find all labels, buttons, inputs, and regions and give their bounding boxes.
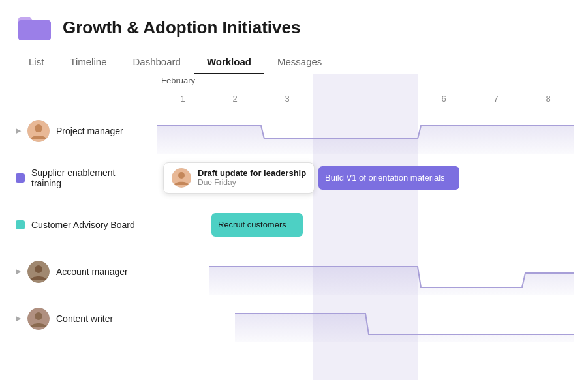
label-project-manager: Project manager: [56, 126, 123, 136]
col-2: 2: [209, 93, 261, 108]
label-content-writer: Content writer: [56, 314, 113, 324]
gantt-bar-recruit[interactable]: Recruit customers: [211, 213, 303, 237]
chevron-icon[interactable]: ▶: [16, 126, 21, 135]
folder-icon: [16, 12, 52, 43]
gantt-bar-build-v1[interactable]: Build V1 of orientation materials: [318, 166, 459, 190]
month-label: February: [157, 76, 195, 85]
chevron-icon-content[interactable]: ▶: [16, 314, 21, 323]
task-popup-title: Draft update for leadership: [198, 168, 306, 178]
avatar-content-writer: [27, 308, 50, 330]
feb-line: [157, 154, 157, 201]
label-supplier: Supplier enablement training: [31, 168, 146, 188]
col-4: 4: [313, 93, 365, 108]
tab-list[interactable]: List: [16, 50, 57, 74]
tab-timeline[interactable]: Timeline: [57, 50, 119, 74]
avatar-popup: [172, 168, 191, 188]
label-account-manager: Account manager: [56, 267, 128, 277]
chart-account: [157, 248, 588, 295]
nav-tabs: List Timeline Dashboard Workload Message…: [0, 50, 588, 74]
svg-point-5: [35, 265, 42, 273]
page-title: Growth & Adoption Initiatives: [63, 18, 300, 38]
chart-supplier: Draft update for leadership Due Friday B…: [157, 154, 588, 201]
gantt-bar-label-recruit: Recruit customers: [218, 220, 286, 229]
app-container: Growth & Adoption Initiatives List Timel…: [0, 0, 588, 342]
column-numbers: 1 2 3 4 5 6 7 8: [157, 93, 588, 108]
rows-container: ▶ Project manager: [0, 108, 588, 342]
task-popup-subtitle: Due Friday: [198, 178, 306, 187]
col-1: 1: [157, 93, 209, 108]
row-content-writer: ▶ Content writer: [0, 295, 588, 342]
columns-header: 1 2 3 4 5 6 7 8: [0, 93, 588, 108]
col-3: 3: [261, 93, 313, 108]
row-label-content: ▶ Content writer: [0, 308, 157, 330]
row-account-manager: ▶ Account manager: [0, 248, 588, 295]
header: Growth & Adoption Initiatives: [0, 0, 588, 50]
chevron-icon-account[interactable]: ▶: [16, 267, 21, 276]
row-customer-advisory: Customer Advisory Board Recruit customer…: [0, 201, 588, 248]
row-label-project-manager: ▶ Project manager: [0, 120, 157, 142]
row-supplier-training: Supplier enablement training: [0, 154, 588, 201]
row-label-account: ▶ Account manager: [0, 261, 157, 283]
label-customer: Customer Advisory Board: [31, 220, 135, 230]
col-7: 7: [470, 93, 522, 108]
row-project-manager: ▶ Project manager: [0, 108, 588, 154]
svg-point-7: [35, 312, 42, 320]
chart-project-manager: [157, 108, 588, 154]
month-row: February: [157, 74, 588, 93]
task-popup-text: Draft update for leadership Due Friday: [198, 168, 306, 187]
tab-workload[interactable]: Workload: [194, 50, 264, 74]
am-chart-svg: [157, 248, 574, 295]
color-dot-supplier: [16, 173, 25, 183]
avatar-account-manager: [27, 261, 50, 283]
workload-area: February 1 2 3 4 5 6 7 8 ▶: [0, 74, 588, 342]
avatar-project-manager: [27, 120, 50, 142]
row-label-supplier: Supplier enablement training: [0, 168, 157, 188]
svg-point-3: [178, 172, 185, 179]
chart-content: [157, 295, 588, 342]
chart-customer: Recruit customers: [157, 201, 588, 248]
svg-point-1: [35, 124, 42, 132]
tab-dashboard[interactable]: Dashboard: [119, 50, 193, 74]
task-popup-draft[interactable]: Draft update for leadership Due Friday: [163, 162, 315, 194]
col-8: 8: [522, 93, 574, 108]
tab-messages[interactable]: Messages: [264, 50, 335, 74]
col-5: 5: [365, 93, 418, 108]
gantt-bar-label-build-v1: Build V1 of orientation materials: [325, 173, 445, 183]
col-6: 6: [418, 93, 470, 108]
color-dot-customer: [16, 220, 25, 229]
pm-chart-svg: [157, 108, 574, 154]
row-label-customer: Customer Advisory Board: [0, 220, 157, 230]
cw-chart-svg: [157, 295, 574, 342]
